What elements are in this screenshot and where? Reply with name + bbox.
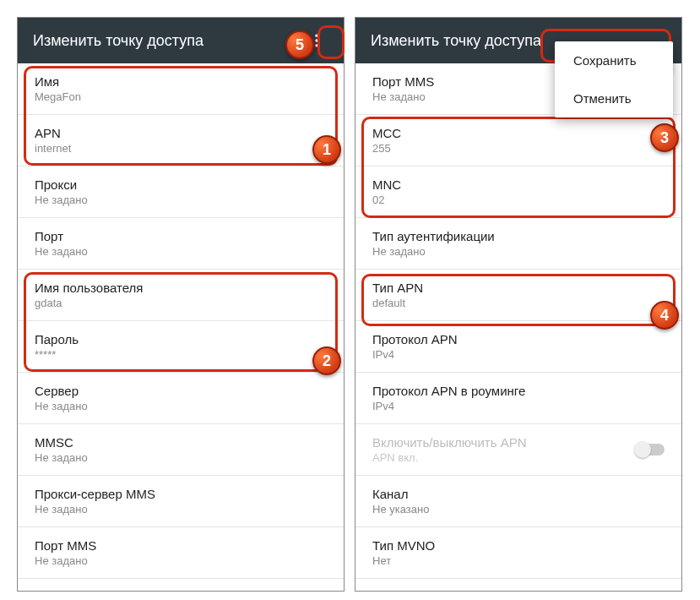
row-value: Не задано [35, 451, 327, 464]
appbar: Изменить точку доступа [18, 18, 344, 63]
row-label: MMSC [35, 435, 327, 450]
row-label: Порт [35, 229, 327, 243]
settings-list: Имя MegaFon APN internet Прокси Не задан… [18, 63, 344, 591]
row-label: Порт MMS [35, 538, 327, 553]
row-mnc[interactable]: MNC 02 [355, 166, 681, 218]
row-value: Нет [372, 554, 665, 567]
row-apn-type[interactable]: Тип APN default [355, 270, 681, 321]
row-label: Тип аутентификации [372, 229, 665, 243]
row-label: Имя пользователя [35, 281, 327, 295]
switch-toggle [636, 444, 665, 455]
row-value: ***** [35, 348, 327, 361]
row-label: Включить/выключить APN [372, 435, 527, 450]
row-value: Не задано [35, 245, 327, 258]
row-mvno-type[interactable]: Тип MVNO Нет [355, 527, 681, 579]
svg-point-2 [315, 44, 317, 46]
row-apn-protocol[interactable]: Протокол APN IPv4 [355, 321, 681, 373]
row-label: Канал [372, 487, 665, 501]
row-mms-port[interactable]: Порт MMS Не задано [18, 527, 344, 579]
settings-list: Порт MMS Не задано MCC 255 MNC 02 Тип ау… [355, 63, 681, 591]
switch-thumb-icon [634, 441, 651, 458]
row-label: Тип MVNO [372, 538, 665, 553]
screen-left: Изменить точку доступа Имя MegaFon APN i… [18, 18, 344, 591]
row-value: Не задано [35, 400, 327, 412]
row-value: 255 [372, 142, 665, 155]
row-value: IPv4 [372, 348, 665, 361]
more-options-button[interactable] [301, 25, 332, 56]
row-value: 02 [372, 194, 665, 206]
more-vert-icon [308, 32, 325, 49]
row-label: Пароль [35, 332, 327, 346]
row-value: default [372, 297, 665, 309]
row-value: MegaFon [35, 90, 327, 103]
row-username[interactable]: Имя пользователя gdata [18, 270, 344, 321]
row-proxy[interactable]: Прокси Не задано [18, 166, 344, 218]
row-label: APN [35, 126, 327, 140]
row-apn-roaming-protocol[interactable]: Протокол APN в роуминге IPv4 [355, 373, 681, 424]
menu-item-save[interactable]: Сохранить [555, 41, 673, 79]
row-label: Сервер [35, 384, 327, 398]
row-server[interactable]: Сервер Не задано [18, 373, 344, 424]
row-value: IPv4 [372, 400, 665, 412]
row-value: APN вкл. [372, 451, 527, 464]
row-value: Не указано [372, 503, 665, 515]
row-apn-enable: Включить/выключить APN APN вкл. [355, 424, 681, 476]
row-password[interactable]: Пароль ***** [18, 321, 344, 373]
row-value: Не задано [35, 554, 327, 567]
row-mcc[interactable]: MCC 255 [355, 115, 681, 166]
page-title: Изменить точку доступа [33, 32, 301, 50]
row-mmsc[interactable]: MMSC Не задано [18, 424, 344, 476]
row-apn[interactable]: APN internet [18, 115, 344, 166]
row-value: internet [35, 142, 327, 155]
row-value: gdata [35, 297, 327, 309]
svg-point-0 [315, 35, 317, 37]
row-label: MNC [372, 177, 665, 192]
row-value: Не задано [372, 245, 665, 258]
row-name[interactable]: Имя MegaFon [18, 63, 344, 115]
row-label: Протокол APN [372, 332, 665, 346]
options-menu: Сохранить Отменить [555, 41, 673, 117]
row-label: Прокси-сервер MMS [35, 487, 327, 501]
row-label: Имя [35, 74, 327, 89]
menu-item-cancel[interactable]: Отменить [555, 79, 673, 117]
row-label: Прокси [35, 177, 327, 192]
row-label: Тип APN [372, 281, 665, 295]
row-label: MCC [372, 126, 665, 140]
row-label: Протокол APN в роуминге [372, 384, 665, 398]
row-value: Не задано [35, 194, 327, 206]
row-channel[interactable]: Канал Не указано [355, 476, 681, 527]
row-value: Не задано [35, 503, 327, 515]
row-port[interactable]: Порт Не задано [18, 218, 344, 270]
row-auth-type[interactable]: Тип аутентификации Не задано [355, 218, 681, 270]
row-mms-proxy[interactable]: Прокси-сервер MMS Не задано [18, 476, 344, 527]
svg-point-1 [315, 39, 317, 41]
